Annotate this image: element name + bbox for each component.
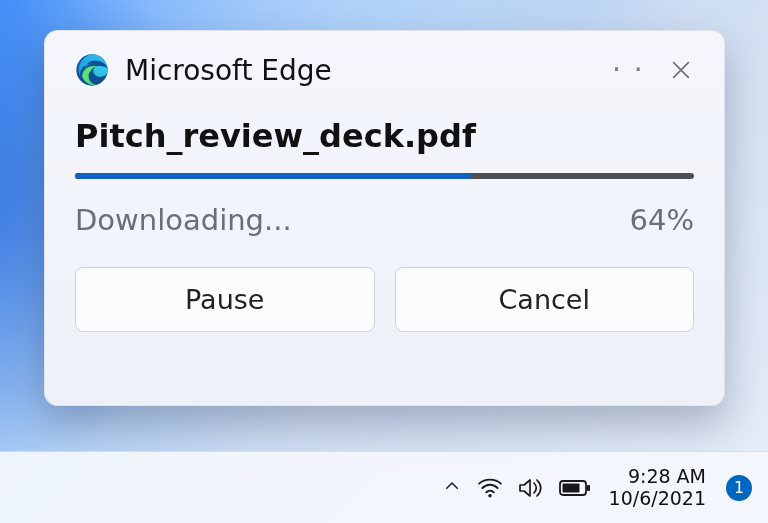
edge-app-icon (75, 53, 109, 87)
volume-icon (517, 477, 545, 499)
wifi-icon (477, 477, 503, 499)
more-options-button[interactable]: · · · (612, 53, 646, 87)
battery-icon (559, 478, 591, 498)
toast-button-row: Pause Cancel (45, 237, 724, 332)
close-button[interactable] (664, 53, 698, 87)
desktop-background: Microsoft Edge · · · Pitch_review_deck.p… (0, 0, 768, 523)
toast-header: Microsoft Edge · · · (45, 31, 724, 95)
clock-time: 9:28 AM (628, 466, 706, 488)
download-status-row: Downloading... 64% (45, 179, 724, 237)
svg-point-3 (488, 494, 491, 497)
download-progress-bar (75, 173, 694, 179)
download-percent-label: 64% (630, 203, 694, 237)
tray-overflow-button[interactable] (443, 477, 461, 499)
download-filename: Pitch_review_deck.pdf (45, 95, 724, 173)
chevron-up-icon (443, 477, 461, 495)
taskbar-clock[interactable]: 9:28 AM 10/6/2021 (607, 466, 708, 510)
pause-button[interactable]: Pause (75, 267, 375, 332)
download-status-text: Downloading... (75, 203, 292, 237)
taskbar: 9:28 AM 10/6/2021 1 (0, 451, 768, 523)
svg-rect-6 (562, 483, 579, 492)
download-toast: Microsoft Edge · · · Pitch_review_deck.p… (44, 30, 725, 406)
clock-date: 10/6/2021 (609, 488, 706, 510)
download-progress-fill (75, 173, 471, 179)
tray-status-group[interactable] (477, 477, 591, 499)
cancel-button[interactable]: Cancel (395, 267, 695, 332)
notification-badge[interactable]: 1 (726, 475, 752, 501)
close-icon (670, 59, 692, 81)
toast-app-name: Microsoft Edge (125, 54, 612, 87)
svg-rect-5 (587, 485, 590, 491)
